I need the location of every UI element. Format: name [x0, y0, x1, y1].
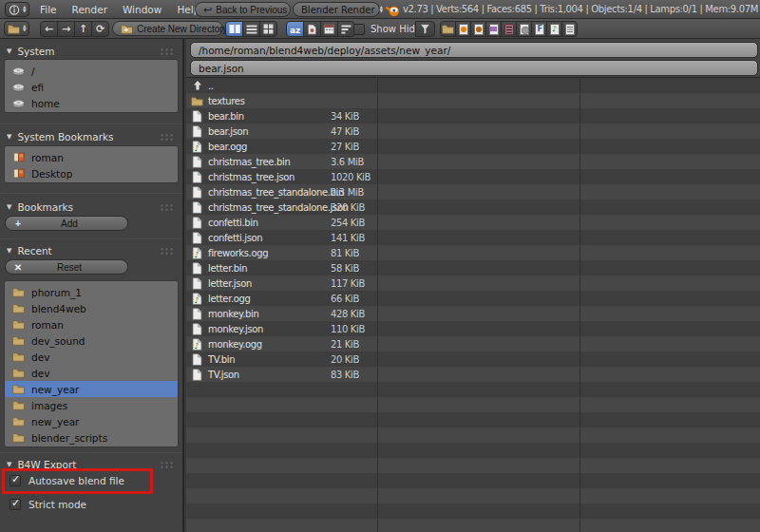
render-engine-select[interactable]: Blender Render ▲▼ [293, 2, 380, 17]
menu-file[interactable]: File [32, 4, 65, 15]
menu-window[interactable]: Window [115, 4, 169, 15]
file-size: 34 KiB [331, 111, 359, 122]
filter-text-button[interactable] [561, 21, 578, 37]
forward-nav-button[interactable]: → [57, 21, 75, 37]
file-row[interactable]: textures [186, 93, 377, 108]
strict-mode-option[interactable]: Strict mode [10, 499, 86, 510]
file-row[interactable]: christmas_tree_standalone.json320 KiB [186, 200, 377, 215]
file-row[interactable]: confetti.json141 KiB [186, 230, 377, 245]
file-name: confetti.json [208, 233, 262, 243]
file-row[interactable]: ♪letter.ogg66 KiB [186, 291, 377, 306]
panel-header-bookmarks[interactable]: Bookmarks [7, 200, 176, 213]
recent-folder-item[interactable]: images [5, 397, 178, 413]
file-row[interactable]: christmas_tree.json1020 KiB [186, 169, 377, 184]
reset-recent-button[interactable]: ✕ Reset [5, 259, 128, 275]
filter-image-button[interactable] [485, 21, 502, 37]
display-mode-buttons [225, 21, 277, 37]
autosave-blend-file-option[interactable]: Autosave blend file [10, 475, 124, 486]
file-row[interactable]: TV.json83 KiB [186, 367, 377, 382]
autosave-checkbox[interactable] [10, 475, 21, 486]
filter-sound-button[interactable] [546, 21, 562, 37]
panel-grip-icon[interactable] [160, 461, 174, 469]
view-thumbnails-button[interactable] [259, 21, 277, 37]
parent-dir-button[interactable]: ↑ [74, 21, 92, 37]
panel-grip-icon[interactable] [160, 247, 174, 256]
file-browser-icon [8, 24, 20, 34]
system-bookmark-item[interactable]: roman [5, 149, 178, 165]
file-row[interactable]: letter.bin58 KiB [186, 260, 377, 276]
back-to-previous-button[interactable]: ↩ Back to Previous [195, 2, 291, 17]
view-short-list-button[interactable] [225, 21, 243, 37]
panel-header-b4w-export[interactable]: B4W Export [7, 458, 176, 470]
panel-header-system-bookmarks[interactable]: System Bookmarks [7, 130, 176, 142]
file-row[interactable]: bear.bin34 KiB [186, 108, 377, 124]
editor-type-selector-file-browser[interactable]: ▲▼ [4, 21, 29, 36]
sort-alphabetical-button[interactable]: az [286, 21, 304, 37]
panel-header-recent[interactable]: Recent [7, 244, 176, 256]
file-browser-main: ..texturesbear.bin34 KiBbear.json47 KiB♪… [186, 39, 760, 532]
refresh-button[interactable]: ⟳ [91, 21, 109, 37]
filter-font-button[interactable] [531, 21, 547, 37]
recent-folder-item[interactable]: blender_scripts [5, 429, 178, 446]
file-row[interactable]: monkey.json110 KiB [186, 321, 377, 336]
thumbnails-icon [263, 24, 274, 34]
file-row[interactable]: letter.json117 KiB [186, 276, 377, 291]
filter-movie-button[interactable] [501, 21, 517, 37]
system-volume-item[interactable]: / [5, 63, 178, 79]
file-row[interactable]: monkey.bin428 KiB [186, 306, 377, 321]
filter-files-button[interactable] [415, 21, 435, 37]
show-hidden-checkbox[interactable] [353, 24, 365, 35]
add-bookmark-button[interactable]: + Add [5, 216, 128, 231]
panel-grip-icon[interactable] [160, 133, 174, 142]
file-row[interactable]: bear.json47 KiB [186, 124, 377, 139]
view-long-list-button[interactable] [242, 21, 260, 37]
file-row[interactable]: TV.bin20 KiB [186, 352, 377, 367]
recent-folder-item[interactable]: roman [5, 316, 178, 332]
recent-folder-item[interactable]: new_year [5, 413, 178, 429]
folder-icon [12, 319, 25, 330]
list-item-label: / [31, 66, 35, 77]
panel-grip-icon[interactable] [160, 48, 174, 56]
filter-blend-button[interactable] [455, 21, 471, 37]
menu-render[interactable]: Render [65, 4, 115, 15]
filter-script-button[interactable] [516, 21, 532, 37]
folder-icon [12, 287, 25, 297]
panel-grip-icon[interactable] [160, 203, 174, 212]
editor-type-selector-info[interactable]: ▲▼ [5, 2, 29, 17]
back-nav-button[interactable]: ← [40, 21, 58, 37]
sort-date-button[interactable] [320, 21, 338, 37]
file-icon [191, 125, 203, 138]
file-name: christmas_tree.bin [208, 157, 290, 167]
recent-folder-item[interactable]: dev [5, 365, 178, 381]
system-volume-item[interactable]: home [5, 95, 178, 111]
system-bookmark-item[interactable]: Desktop [5, 165, 178, 181]
file-row[interactable]: christmas_tree_standalone.bin2.3 MiB [186, 184, 377, 200]
directory-path-input[interactable] [190, 42, 758, 58]
recent-folder-item[interactable]: dev [5, 349, 178, 365]
file-size: 428 KiB [331, 309, 365, 319]
recent-folder-item[interactable]: phorum_1 [5, 284, 178, 300]
recent-folder-item[interactable]: blend4web [5, 300, 178, 316]
file-row[interactable]: confetti.bin254 KiB [186, 215, 377, 230]
sort-mode-buttons: az [286, 21, 355, 37]
system-list: /efihome [4, 59, 179, 113]
filename-input[interactable] [190, 60, 758, 76]
folder-icon [12, 303, 25, 314]
recent-folder-item[interactable]: new_year [5, 381, 178, 397]
panel-header-system[interactable]: System [7, 45, 176, 57]
menu-bar: FileRenderWindowHelp [32, 0, 207, 18]
file-row[interactable]: ♪bear.ogg27 KiB [186, 139, 377, 154]
system-volume-item[interactable]: efi [5, 79, 178, 95]
sort-extension-button[interactable] [303, 21, 321, 37]
recent-folder-item[interactable]: dev_sound [5, 332, 178, 349]
parent-directory-row[interactable]: .. [186, 78, 377, 93]
filter-blend-backup-button[interactable] [470, 21, 486, 37]
filter-folder-button[interactable] [440, 21, 456, 37]
strict-mode-checkbox[interactable] [10, 499, 21, 510]
file-size: 83 KiB [331, 370, 359, 380]
file-row[interactable]: christmas_tree.bin3.6 MiB [186, 154, 377, 169]
file-row[interactable]: ♪fireworks.ogg81 KiB [186, 245, 377, 260]
create-new-directory-button[interactable]: + Create New Directory [112, 21, 223, 36]
file-row[interactable]: ♪monkey.ogg21 KiB [186, 336, 377, 352]
file-size: 27 KiB [331, 142, 359, 152]
